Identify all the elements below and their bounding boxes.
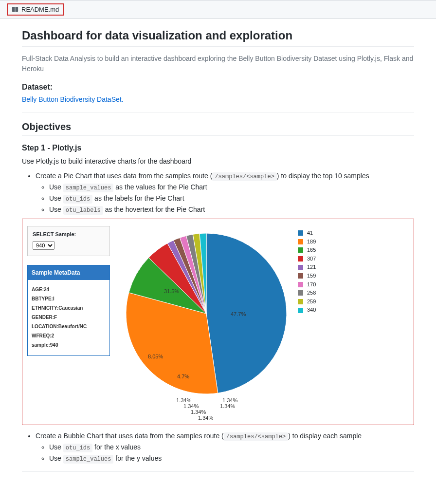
slice-label-41: 47.7% [231,311,246,317]
slice-label-170: 1.34% [191,409,206,415]
divider [22,112,414,112]
legend-item: 165 [298,246,316,255]
legend-item: 340 [298,306,316,315]
legend-swatch [298,308,303,313]
code-samples-route: /samples/<sample> [212,172,276,181]
slice-label-165: 8.05% [148,354,163,359]
figure-sidebar: SELECT Sample: 940 Sample MetaData AGE:2… [27,226,110,356]
legend-swatch [298,273,303,279]
slice-label-159: 1.34% [183,403,199,409]
metadata-row: sample:940 [32,340,106,350]
legend-swatch [298,265,303,270]
bottom-divider [22,471,414,472]
slice-label-307: 4.7% [177,373,189,379]
legend-swatch [298,299,303,304]
legend-swatch [298,247,303,253]
code-sample-values: sample_values [63,184,114,192]
slice-label-121: 1.34% [176,397,191,403]
metadata-row: WFREQ:2 [32,331,106,340]
pie-legend: 41 189 165 307 121 159 170 258 259 340 [298,226,316,315]
legend-swatch [298,290,303,296]
slice-label-189: 31.5% [164,288,179,294]
sample-select[interactable]: 940 [33,241,54,250]
sample-select-panel: SELECT Sample: 940 [27,226,110,256]
legend-swatch [298,282,303,287]
pie-sub-list: Use sample_values as the values for the … [36,183,414,214]
metadata-row: AGE:24 [32,285,106,294]
legend-item: 307 [298,255,316,263]
metadata-row: ETHNICITY:Caucasian [32,303,106,313]
sample-select-label: SELECT Sample: [33,231,105,237]
bubble-bullet-main: Create a Bubble Chart that uses data fro… [36,432,414,463]
pie-bullet-main: Create a Pie Chart that uses data from t… [36,172,414,214]
objectives-heading: Objectives [22,121,414,136]
legend-swatch [298,256,303,261]
slice-label-340: 1.34% [222,397,237,403]
legend-swatch [298,239,303,244]
legend-item: 159 [298,272,316,280]
slice-label-258: 1.34% [198,415,213,421]
dataset-link[interactable]: Belly Button Biodiversity DataSet. [22,95,124,103]
metadata-row: GENDER:F [32,313,106,322]
legend-item: 41 [298,229,316,238]
readme-tab[interactable]: README.md [7,3,64,16]
pie-sub-3: Use otu_labels as the hovertext for the … [49,205,414,214]
bubble-sub-2: Use sample_values for the y values [49,454,414,463]
bubble-sub-1: Use otu_ids for the x values [49,443,414,451]
step1-heading: Step 1 - Plotly.js [22,144,414,152]
bubble-sub-list: Use otu_ids for the x values Use sample_… [36,443,414,463]
legend-item: 189 [298,238,316,246]
intro-text: Full-Stack Data Analysis to build an int… [22,54,414,74]
metadata-body: AGE:24 BBTYPE:I ETHNICITY:Caucasian GEND… [28,280,109,355]
legend-item: 259 [298,298,316,306]
code-sample-values-2: sample_values [63,455,114,464]
metadata-row: BBTYPE:I [32,294,106,303]
book-icon [12,6,18,13]
pie-sub-1: Use sample_values as the values for the … [49,183,414,191]
code-samples-route-2: /samples/<sample> [224,432,288,441]
pie-sub-2: Use otu_ids as the labels for the Pie Ch… [49,194,414,203]
metadata-row: LOCATION:Beaufort/NC [32,322,106,331]
dataset-heading: Dataset: [22,83,414,92]
legend-swatch [298,230,303,236]
readme-tab-label: README.md [21,6,59,13]
readme-body: Dashboard for data visualization and exp… [0,19,436,471]
step1-intro: Use Plotly.js to build interactive chart… [22,157,414,165]
slice-label-259: 1.34% [220,403,235,409]
legend-item: 170 [298,280,316,289]
code-otu-labels: otu_labels [63,206,103,215]
legend-item: 258 [298,289,316,298]
metadata-panel: Sample MetaData AGE:24 BBTYPE:I ETHNICIT… [27,265,110,356]
metadata-heading: Sample MetaData [28,265,109,280]
pie-chart-figure: SELECT Sample: 940 Sample MetaData AGE:2… [22,219,414,425]
pie-bullet-list: Create a Pie Chart that uses data from t… [22,172,414,214]
code-otu-ids: otu_ids [63,195,92,204]
code-otu-ids-2: otu_ids [63,444,92,452]
page-title: Dashboard for data visualization and exp… [22,29,414,47]
legend-item: 121 [298,263,316,272]
bubble-bullet-list: Create a Bubble Chart that uses data fro… [22,432,414,463]
chart-wrap: 47.7% 31.5% 8.05% 4.7% 1.34% 1.34% 1.34%… [119,226,409,421]
pie-chart: 47.7% 31.5% 8.05% 4.7% 1.34% 1.34% 1.34%… [119,226,294,421]
file-header: README.md [0,0,436,19]
